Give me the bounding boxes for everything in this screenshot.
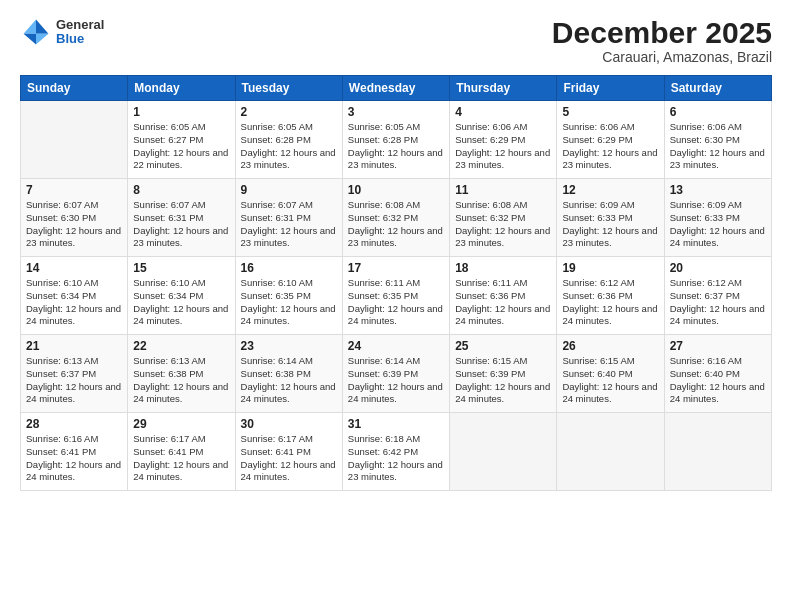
day-number: 25 xyxy=(455,339,551,353)
day-number: 2 xyxy=(241,105,337,119)
calendar-cell: 26Sunrise: 6:15 AM Sunset: 6:40 PM Dayli… xyxy=(557,335,664,413)
day-info: Sunrise: 6:06 AM Sunset: 6:29 PM Dayligh… xyxy=(562,121,658,172)
calendar-week-row: 7Sunrise: 6:07 AM Sunset: 6:30 PM Daylig… xyxy=(21,179,772,257)
calendar-cell: 15Sunrise: 6:10 AM Sunset: 6:34 PM Dayli… xyxy=(128,257,235,335)
day-number: 12 xyxy=(562,183,658,197)
day-number: 14 xyxy=(26,261,122,275)
calendar-cell: 14Sunrise: 6:10 AM Sunset: 6:34 PM Dayli… xyxy=(21,257,128,335)
day-number: 4 xyxy=(455,105,551,119)
day-number: 15 xyxy=(133,261,229,275)
day-number: 11 xyxy=(455,183,551,197)
calendar-cell: 28Sunrise: 6:16 AM Sunset: 6:41 PM Dayli… xyxy=(21,413,128,491)
day-info: Sunrise: 6:09 AM Sunset: 6:33 PM Dayligh… xyxy=(562,199,658,250)
day-info: Sunrise: 6:17 AM Sunset: 6:41 PM Dayligh… xyxy=(241,433,337,484)
page: General Blue December 2025 Carauari, Ama… xyxy=(0,0,792,612)
calendar-cell xyxy=(557,413,664,491)
day-info: Sunrise: 6:07 AM Sunset: 6:30 PM Dayligh… xyxy=(26,199,122,250)
day-number: 27 xyxy=(670,339,766,353)
calendar-week-row: 14Sunrise: 6:10 AM Sunset: 6:34 PM Dayli… xyxy=(21,257,772,335)
day-number: 18 xyxy=(455,261,551,275)
calendar-cell: 24Sunrise: 6:14 AM Sunset: 6:39 PM Dayli… xyxy=(342,335,449,413)
calendar-cell xyxy=(21,101,128,179)
logo-general: General xyxy=(56,18,104,32)
day-info: Sunrise: 6:13 AM Sunset: 6:37 PM Dayligh… xyxy=(26,355,122,406)
day-number: 30 xyxy=(241,417,337,431)
day-info: Sunrise: 6:14 AM Sunset: 6:39 PM Dayligh… xyxy=(348,355,444,406)
day-number: 31 xyxy=(348,417,444,431)
day-number: 22 xyxy=(133,339,229,353)
logo-blue: Blue xyxy=(56,32,104,46)
weekday-header: Friday xyxy=(557,76,664,101)
calendar-cell: 20Sunrise: 6:12 AM Sunset: 6:37 PM Dayli… xyxy=(664,257,771,335)
day-number: 21 xyxy=(26,339,122,353)
day-info: Sunrise: 6:11 AM Sunset: 6:36 PM Dayligh… xyxy=(455,277,551,328)
day-info: Sunrise: 6:08 AM Sunset: 6:32 PM Dayligh… xyxy=(348,199,444,250)
day-info: Sunrise: 6:15 AM Sunset: 6:39 PM Dayligh… xyxy=(455,355,551,406)
calendar-cell xyxy=(450,413,557,491)
main-title: December 2025 xyxy=(552,16,772,49)
day-info: Sunrise: 6:16 AM Sunset: 6:41 PM Dayligh… xyxy=(26,433,122,484)
title-area: December 2025 Carauari, Amazonas, Brazil xyxy=(552,16,772,65)
subtitle: Carauari, Amazonas, Brazil xyxy=(552,49,772,65)
day-number: 1 xyxy=(133,105,229,119)
calendar-cell: 21Sunrise: 6:13 AM Sunset: 6:37 PM Dayli… xyxy=(21,335,128,413)
day-info: Sunrise: 6:10 AM Sunset: 6:34 PM Dayligh… xyxy=(133,277,229,328)
calendar-week-row: 1Sunrise: 6:05 AM Sunset: 6:27 PM Daylig… xyxy=(21,101,772,179)
calendar-cell: 6Sunrise: 6:06 AM Sunset: 6:30 PM Daylig… xyxy=(664,101,771,179)
day-number: 19 xyxy=(562,261,658,275)
calendar-cell: 2Sunrise: 6:05 AM Sunset: 6:28 PM Daylig… xyxy=(235,101,342,179)
day-info: Sunrise: 6:17 AM Sunset: 6:41 PM Dayligh… xyxy=(133,433,229,484)
day-info: Sunrise: 6:11 AM Sunset: 6:35 PM Dayligh… xyxy=(348,277,444,328)
day-number: 10 xyxy=(348,183,444,197)
calendar-cell: 8Sunrise: 6:07 AM Sunset: 6:31 PM Daylig… xyxy=(128,179,235,257)
day-info: Sunrise: 6:09 AM Sunset: 6:33 PM Dayligh… xyxy=(670,199,766,250)
day-info: Sunrise: 6:07 AM Sunset: 6:31 PM Dayligh… xyxy=(133,199,229,250)
day-info: Sunrise: 6:13 AM Sunset: 6:38 PM Dayligh… xyxy=(133,355,229,406)
day-info: Sunrise: 6:05 AM Sunset: 6:28 PM Dayligh… xyxy=(241,121,337,172)
day-number: 23 xyxy=(241,339,337,353)
weekday-header: Wednesday xyxy=(342,76,449,101)
day-info: Sunrise: 6:05 AM Sunset: 6:27 PM Dayligh… xyxy=(133,121,229,172)
calendar-cell xyxy=(664,413,771,491)
day-info: Sunrise: 6:05 AM Sunset: 6:28 PM Dayligh… xyxy=(348,121,444,172)
weekday-header: Tuesday xyxy=(235,76,342,101)
day-info: Sunrise: 6:12 AM Sunset: 6:36 PM Dayligh… xyxy=(562,277,658,328)
weekday-header: Monday xyxy=(128,76,235,101)
day-number: 24 xyxy=(348,339,444,353)
day-number: 29 xyxy=(133,417,229,431)
calendar-cell: 10Sunrise: 6:08 AM Sunset: 6:32 PM Dayli… xyxy=(342,179,449,257)
svg-marker-1 xyxy=(24,20,36,34)
day-info: Sunrise: 6:06 AM Sunset: 6:30 PM Dayligh… xyxy=(670,121,766,172)
day-info: Sunrise: 6:10 AM Sunset: 6:34 PM Dayligh… xyxy=(26,277,122,328)
day-info: Sunrise: 6:15 AM Sunset: 6:40 PM Dayligh… xyxy=(562,355,658,406)
calendar-cell: 4Sunrise: 6:06 AM Sunset: 6:29 PM Daylig… xyxy=(450,101,557,179)
calendar-cell: 29Sunrise: 6:17 AM Sunset: 6:41 PM Dayli… xyxy=(128,413,235,491)
weekday-header: Thursday xyxy=(450,76,557,101)
calendar-cell: 5Sunrise: 6:06 AM Sunset: 6:29 PM Daylig… xyxy=(557,101,664,179)
calendar-cell: 13Sunrise: 6:09 AM Sunset: 6:33 PM Dayli… xyxy=(664,179,771,257)
weekday-header: Sunday xyxy=(21,76,128,101)
calendar-cell: 18Sunrise: 6:11 AM Sunset: 6:36 PM Dayli… xyxy=(450,257,557,335)
calendar-cell: 16Sunrise: 6:10 AM Sunset: 6:35 PM Dayli… xyxy=(235,257,342,335)
calendar-cell: 22Sunrise: 6:13 AM Sunset: 6:38 PM Dayli… xyxy=(128,335,235,413)
calendar-cell: 30Sunrise: 6:17 AM Sunset: 6:41 PM Dayli… xyxy=(235,413,342,491)
weekday-header: Saturday xyxy=(664,76,771,101)
day-info: Sunrise: 6:07 AM Sunset: 6:31 PM Dayligh… xyxy=(241,199,337,250)
calendar-cell: 25Sunrise: 6:15 AM Sunset: 6:39 PM Dayli… xyxy=(450,335,557,413)
svg-marker-2 xyxy=(24,34,36,45)
day-info: Sunrise: 6:12 AM Sunset: 6:37 PM Dayligh… xyxy=(670,277,766,328)
calendar-cell: 3Sunrise: 6:05 AM Sunset: 6:28 PM Daylig… xyxy=(342,101,449,179)
logo-text: General Blue xyxy=(56,18,104,47)
calendar-cell: 9Sunrise: 6:07 AM Sunset: 6:31 PM Daylig… xyxy=(235,179,342,257)
day-info: Sunrise: 6:16 AM Sunset: 6:40 PM Dayligh… xyxy=(670,355,766,406)
calendar-cell: 7Sunrise: 6:07 AM Sunset: 6:30 PM Daylig… xyxy=(21,179,128,257)
calendar-week-row: 21Sunrise: 6:13 AM Sunset: 6:37 PM Dayli… xyxy=(21,335,772,413)
logo-icon xyxy=(20,16,52,48)
calendar-cell: 17Sunrise: 6:11 AM Sunset: 6:35 PM Dayli… xyxy=(342,257,449,335)
day-info: Sunrise: 6:14 AM Sunset: 6:38 PM Dayligh… xyxy=(241,355,337,406)
day-info: Sunrise: 6:18 AM Sunset: 6:42 PM Dayligh… xyxy=(348,433,444,484)
logo: General Blue xyxy=(20,16,104,48)
day-number: 8 xyxy=(133,183,229,197)
day-number: 9 xyxy=(241,183,337,197)
day-number: 28 xyxy=(26,417,122,431)
